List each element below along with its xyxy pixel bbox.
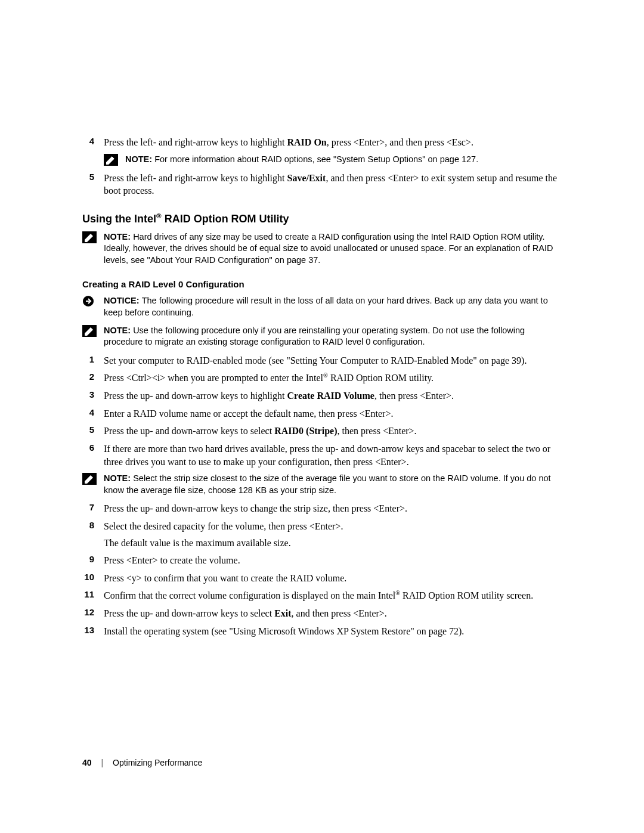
note-row: NOTE: Use the following procedure only i…: [82, 325, 562, 348]
notice-body: The following procedure will result in t…: [104, 296, 548, 317]
note-label: NOTE:: [104, 326, 133, 335]
note-text: NOTE: Select the strip size closest to t…: [104, 473, 562, 496]
step-text: Enter a RAID volume name or accept the d…: [104, 407, 562, 420]
note-text: NOTE: Hard drives of any size may be use…: [104, 231, 562, 267]
text: RAID Option ROM utility screen.: [400, 591, 533, 601]
step-number: 5: [82, 172, 104, 197]
chapter-title: Optimizing Performance: [113, 758, 202, 767]
step-5: 5 Press the left- and right-arrow keys t…: [82, 172, 562, 197]
note-pencil-icon: [82, 325, 97, 337]
note-text: NOTE: Use the following procedure only i…: [104, 325, 562, 348]
step-number: 2: [82, 371, 104, 385]
bold: RAID On: [287, 137, 327, 147]
text: , then press <Enter>.: [374, 391, 454, 401]
bold: RAID0 (Stripe): [274, 426, 337, 436]
step-number: 5: [82, 425, 104, 438]
note-pencil-icon: [82, 473, 97, 485]
step-text: Press <y> to confirm that you want to cr…: [104, 572, 562, 585]
step-text: Press <Enter> to create the volume.: [104, 554, 562, 567]
notice-text: NOTICE: The following procedure will res…: [104, 295, 562, 318]
step-9: 9 Press <Enter> to create the volume.: [82, 554, 562, 567]
notice-arrow-icon: [82, 295, 97, 307]
step-text: Set your computer to RAID-enabled mode (…: [104, 354, 562, 367]
text: RAID Option ROM utility.: [328, 373, 434, 383]
text: , press <Enter>, and then press <Esc>.: [327, 137, 473, 147]
heading-text: Using the Intel: [82, 213, 156, 225]
step-number: 12: [82, 607, 104, 620]
step-number: 9: [82, 554, 104, 567]
sub-heading: Creating a RAID Level 0 Configuration: [82, 279, 562, 289]
heading-text: RAID Option ROM Utility: [162, 213, 289, 225]
note-label: NOTE:: [125, 154, 154, 164]
step-number: 3: [82, 389, 104, 402]
note-row: NOTE: Select the strip size closest to t…: [82, 473, 562, 496]
note-body: Hard drives of any size may be used to c…: [104, 232, 553, 265]
step-5b: 5 Press the up- and down-arrow keys to s…: [82, 425, 562, 438]
text: Confirm that the correct volume configur…: [104, 591, 395, 601]
step-13: 13 Install the operating system (see "Us…: [82, 625, 562, 638]
step-6: 6 If there are more than two hard drives…: [82, 442, 562, 468]
step-1: 1 Set your computer to RAID-enabled mode…: [82, 354, 562, 367]
step-number: 1: [82, 354, 104, 367]
step-text: Select the desired capacity for the volu…: [104, 520, 562, 549]
page-number: 40: [82, 758, 92, 767]
step-number: 7: [82, 502, 104, 515]
text: Press the left- and right-arrow keys to …: [104, 173, 287, 183]
text: Press the up- and down-arrow keys to sel…: [104, 608, 274, 618]
step-8: 8 Select the desired capacity for the vo…: [82, 520, 562, 549]
footer-separator: |: [101, 758, 103, 767]
step-number: 6: [82, 442, 104, 468]
notice-row: NOTICE: The following procedure will res…: [82, 295, 562, 318]
notice-label: NOTICE:: [104, 296, 142, 305]
note-row: NOTE: Hard drives of any size may be use…: [82, 231, 562, 267]
note-label: NOTE:: [104, 473, 133, 483]
step-number: 10: [82, 572, 104, 585]
text: Press the left- and right-arrow keys to …: [104, 137, 287, 147]
step-number: 11: [82, 589, 104, 602]
step-number: 4: [82, 407, 104, 420]
step-7: 7 Press the up- and down-arrow keys to c…: [82, 502, 562, 515]
text: Press <Ctrl><i> when you are prompted to…: [104, 373, 323, 383]
bold: Exit: [274, 608, 291, 618]
note-body: Use the following procedure only if you …: [104, 326, 525, 347]
registered-mark: ®: [395, 590, 400, 596]
step-text: Press the up- and down-arrow keys to sel…: [104, 425, 562, 438]
bold: Create RAID Volume: [287, 391, 374, 401]
step-text: Press the up- and down-arrow keys to hig…: [104, 389, 562, 402]
note-text: NOTE: For more information about RAID op…: [125, 154, 562, 166]
text: Press the up- and down-arrow keys to sel…: [104, 426, 274, 436]
step-text: Confirm that the correct volume configur…: [104, 589, 562, 602]
step-12: 12 Press the up- and down-arrow keys to …: [82, 607, 562, 620]
step-4b: 4 Enter a RAID volume name or accept the…: [82, 407, 562, 420]
step-number: 4: [82, 136, 104, 149]
step-text: Press the up- and down-arrow keys to cha…: [104, 502, 562, 515]
note-row: NOTE: For more information about RAID op…: [104, 154, 562, 166]
step-11: 11 Confirm that the correct volume confi…: [82, 589, 562, 602]
step-3: 3 Press the up- and down-arrow keys to h…: [82, 389, 562, 402]
step-number: 8: [82, 520, 104, 549]
note-label: NOTE:: [104, 232, 133, 241]
text: Press the up- and down-arrow keys to hig…: [104, 391, 287, 401]
step-number: 13: [82, 625, 104, 638]
text: , and then press <Enter>.: [292, 608, 387, 618]
note-pencil-icon: [82, 231, 97, 243]
step-text: Press the left- and right-arrow keys to …: [104, 136, 562, 149]
note-pencil-icon: [104, 154, 118, 166]
page-footer: 40 | Optimizing Performance: [82, 758, 202, 767]
text-line: The default value is the maximum availab…: [104, 537, 562, 550]
registered-mark: ®: [323, 372, 328, 379]
step-text: Press the left- and right-arrow keys to …: [104, 172, 562, 197]
note-body: Select the strip size closest to the siz…: [104, 473, 551, 495]
step-4: 4 Press the left- and right-arrow keys t…: [82, 136, 562, 149]
step-text: Press the up- and down-arrow keys to sel…: [104, 607, 562, 620]
step-10: 10 Press <y> to confirm that you want to…: [82, 572, 562, 585]
step-text: Install the operating system (see "Using…: [104, 625, 562, 638]
section-heading: Using the Intel® RAID Option ROM Utility: [82, 212, 562, 225]
text: , then press <Enter>.: [337, 426, 416, 436]
text-line: Select the desired capacity for the volu…: [104, 520, 562, 533]
note-body: For more information about RAID options,…: [154, 154, 478, 164]
bold: Save/Exit: [287, 173, 326, 183]
step-2: 2 Press <Ctrl><i> when you are prompted …: [82, 371, 562, 385]
step-text: If there are more than two hard drives a…: [104, 442, 562, 468]
registered-mark: ®: [156, 212, 162, 219]
